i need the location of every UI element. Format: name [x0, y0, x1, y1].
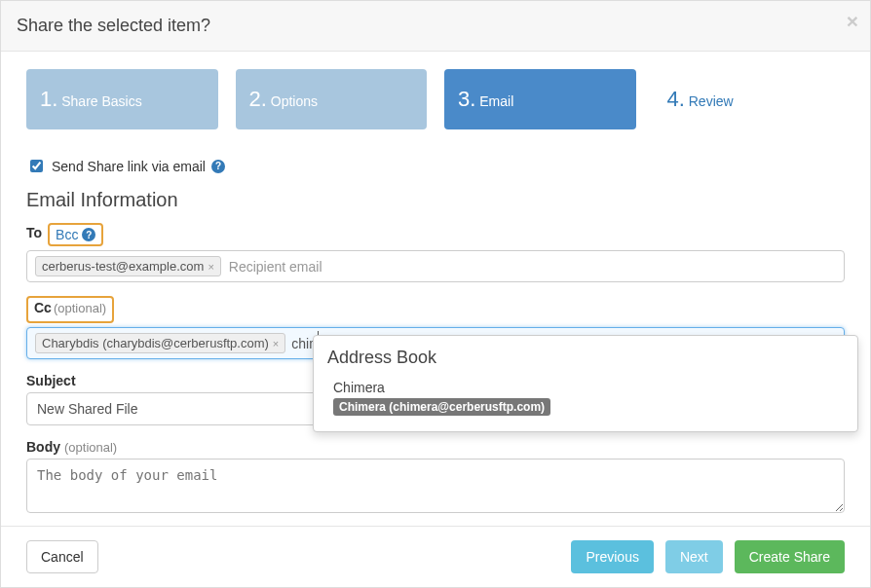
step-label: Review: [689, 93, 734, 109]
cc-label-badge: Cc (optional): [26, 296, 114, 323]
cc-label: Cc: [34, 300, 52, 315]
step-share-basics[interactable]: 1. Share Basics: [26, 69, 218, 129]
cc-optional: (optional): [54, 301, 106, 315]
step-options[interactable]: 2. Options: [236, 69, 428, 129]
help-icon[interactable]: ?: [211, 160, 225, 173]
step-email[interactable]: 3. Email: [444, 69, 636, 129]
cancel-button[interactable]: Cancel: [26, 540, 98, 573]
step-number: 3.: [458, 87, 475, 111]
step-number: 4.: [667, 87, 685, 111]
create-share-button[interactable]: Create Share: [735, 540, 845, 573]
body-textarea[interactable]: [26, 459, 845, 513]
modal-header: Share the selected item? ×: [1, 1, 870, 52]
to-label: To: [26, 225, 42, 240]
recipient-token[interactable]: Charybdis (charybdis@cerberusftp.com) ×: [35, 333, 285, 353]
step-label: Share Basics: [61, 93, 141, 109]
recipient-token-text: Charybdis (charybdis@cerberusftp.com): [42, 336, 269, 350]
recipient-token[interactable]: cerberus-test@example.com ×: [35, 256, 221, 276]
send-email-checkbox[interactable]: [30, 160, 43, 172]
address-book-entry-detail: Chimera (chimera@cerberusftp.com): [333, 398, 550, 416]
close-icon[interactable]: ×: [847, 11, 858, 31]
subject-label: Subject: [26, 373, 76, 388]
body-optional: (optional): [64, 440, 117, 455]
remove-token-icon[interactable]: ×: [273, 338, 279, 349]
help-icon[interactable]: ?: [82, 228, 95, 241]
recipient-token-text: cerberus-test@example.com: [42, 259, 204, 274]
body-field-group: Body (optional): [26, 439, 845, 516]
share-modal: Share the selected item? × 1. Share Basi…: [0, 0, 871, 588]
email-information-heading: Email Information: [26, 189, 845, 211]
bcc-toggle[interactable]: Bcc ?: [48, 223, 103, 246]
body-label: Body: [26, 439, 60, 455]
address-book-entry-name: Chimera: [333, 380, 838, 395]
send-email-checkbox-row: Send Share link via email ?: [26, 157, 845, 175]
cc-field-group: Cc (optional) Charybdis (charybdis@cerbe…: [26, 296, 845, 359]
address-book-dropdown: Address Book Chimera Chimera (chimera@ce…: [313, 335, 858, 432]
bcc-label: Bcc: [56, 227, 78, 242]
next-button[interactable]: Next: [665, 540, 723, 573]
modal-footer: Cancel Previous Next Create Share: [1, 526, 870, 587]
step-label: Email: [479, 93, 513, 109]
step-review[interactable]: 4. Review: [654, 69, 846, 129]
step-number: 2.: [249, 87, 267, 111]
step-label: Options: [271, 93, 318, 109]
to-input[interactable]: cerberus-test@example.com ×: [26, 250, 845, 282]
address-book-entry[interactable]: Chimera Chimera (chimera@cerberusftp.com…: [327, 376, 844, 420]
step-number: 1.: [40, 87, 57, 111]
previous-button[interactable]: Previous: [571, 540, 653, 573]
modal-title: Share the selected item?: [17, 16, 854, 36]
to-field-group: To Bcc ? cerberus-test@example.com ×: [26, 223, 845, 282]
send-email-label: Send Share link via email: [52, 159, 206, 174]
address-book-title: Address Book: [327, 348, 844, 368]
remove-token-icon[interactable]: ×: [208, 261, 213, 273]
wizard-steps: 1. Share Basics 2. Options 3. Email 4. R…: [26, 69, 845, 129]
modal-body: 1. Share Basics 2. Options 3. Email 4. R…: [1, 52, 870, 516]
to-text-input[interactable]: [227, 258, 836, 276]
